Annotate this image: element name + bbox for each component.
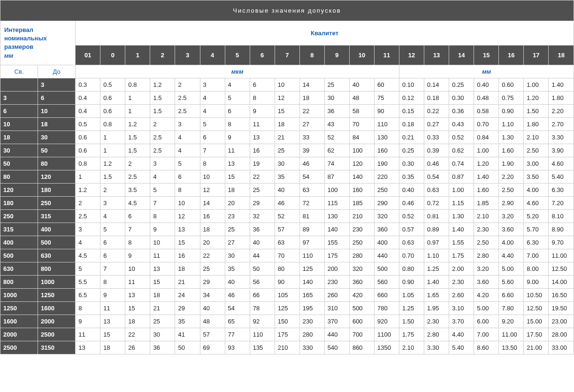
data-cell: 175 [324, 249, 349, 262]
data-cell: 1.20 [524, 91, 549, 104]
row-from: 30 [0, 144, 38, 157]
data-cell: 1.5 [150, 104, 175, 117]
data-cell: 10 [125, 262, 150, 275]
table-row: 125016008111521294054781251953105007801.… [0, 301, 574, 315]
table-row: 160020009131825354865921502303706009201.… [0, 315, 574, 328]
data-cell: 600 [349, 315, 374, 328]
data-cell: 3.90 [549, 144, 574, 157]
data-cell: 0.25 [399, 144, 424, 157]
row-to: 80 [38, 157, 76, 170]
data-cell: 25 [200, 262, 225, 275]
data-cell: 3.30 [549, 131, 574, 144]
data-cell: 100 [349, 144, 374, 157]
data-cell: 24 [175, 288, 200, 301]
data-cell: 7 [125, 223, 150, 236]
data-cell: 0.5 [76, 117, 100, 131]
grade-header-17: 17 [524, 45, 549, 65]
data-cell: 0.89 [424, 223, 449, 236]
data-cell: 0.63 [399, 236, 424, 249]
data-cell: 8 [125, 236, 150, 249]
row-from: 180 [0, 196, 38, 209]
row-from: 630 [0, 262, 38, 275]
unit-mkm-header: мкм [76, 65, 399, 78]
data-cell: 93 [225, 341, 250, 354]
row-from: 800 [0, 275, 38, 288]
data-cell: 1.75 [449, 249, 474, 262]
data-cell: 440 [374, 249, 399, 262]
data-cell: 200 [324, 262, 349, 275]
data-cell: 62 [324, 144, 349, 157]
data-cell: 9.00 [524, 275, 549, 288]
data-cell: 360 [349, 275, 374, 288]
row-to: 1250 [38, 288, 76, 301]
data-cell: 5.20 [524, 209, 549, 223]
interval-unit: мм [4, 52, 13, 59]
row-from: 400 [0, 236, 38, 249]
data-cell: 310 [324, 301, 349, 315]
data-cell: 14 [299, 78, 324, 91]
table-row: 360.40.611.52.545812183048750.120.180.30… [0, 91, 574, 104]
data-cell: 1.65 [424, 288, 449, 301]
data-cell: 97 [299, 236, 324, 249]
data-cell: 6 [200, 131, 225, 144]
data-cell: 6 [250, 78, 275, 91]
data-cell: 230 [349, 223, 374, 236]
row-to: 630 [38, 249, 76, 262]
data-cell: 155 [324, 236, 349, 249]
table-row: 50800.81.2235813193046741201900.300.460.… [0, 157, 574, 170]
data-cell: 36 [324, 104, 349, 117]
data-cell: 10 [150, 236, 175, 249]
row-from: 500 [0, 249, 38, 262]
row-from: 2500 [0, 341, 38, 354]
data-cell: 0.6 [100, 104, 125, 117]
grade-header-11: 11 [374, 45, 399, 65]
data-cell: 10 [175, 196, 200, 209]
data-cell: 3 [175, 117, 200, 131]
row-to: 180 [38, 183, 76, 196]
data-cell: 0.27 [424, 117, 449, 131]
data-cell: 25 [225, 223, 250, 236]
data-cell: 5 [76, 262, 100, 275]
data-cell: 0.30 [449, 91, 474, 104]
data-cell: 2.5 [150, 144, 175, 157]
data-cell: 920 [374, 315, 399, 328]
data-cell: 135 [250, 341, 275, 354]
data-cell: 57 [275, 223, 299, 236]
data-cell: 4 [175, 131, 200, 144]
row-from: 80 [0, 170, 38, 183]
data-cell: 2.20 [549, 104, 574, 117]
grade-header-6: 6 [250, 45, 275, 65]
data-cell: 40 [275, 183, 299, 196]
data-cell: 0.21 [399, 131, 424, 144]
data-cell: 3 [150, 157, 175, 170]
table-row: 1201801.223.55812182540631001602500.400.… [0, 183, 574, 196]
data-cell: 70 [349, 117, 374, 131]
data-cell: 230 [324, 275, 349, 288]
table-row: 63080057101318253550801252003205000.801.… [0, 262, 574, 275]
data-cell: 1.60 [499, 144, 524, 157]
data-cell: 39 [299, 144, 324, 157]
data-cell: 5.5 [76, 275, 100, 288]
data-cell: 18 [150, 288, 175, 301]
data-cell: 11 [125, 275, 150, 288]
data-cell: 0.63 [424, 183, 449, 196]
data-cell: 40 [250, 236, 275, 249]
data-cell: 2.30 [424, 315, 449, 328]
data-cell: 8.00 [524, 262, 549, 275]
data-cell: 23.00 [549, 315, 574, 328]
data-cell: 540 [324, 341, 349, 354]
data-cell: 81 [299, 209, 324, 223]
data-cell: 1.60 [474, 183, 499, 196]
grade-header-10: 10 [349, 45, 374, 65]
data-cell: 2.5 [175, 91, 200, 104]
data-cell: 8 [100, 275, 125, 288]
data-cell: 52 [275, 209, 299, 223]
data-cell: 0.46 [424, 157, 449, 170]
data-cell: 10.50 [524, 288, 549, 301]
data-cell: 1.85 [474, 196, 499, 209]
row-to: 3150 [38, 341, 76, 354]
data-cell: 18 [100, 341, 125, 354]
data-cell: 1.30 [499, 131, 524, 144]
data-cell: 84 [349, 131, 374, 144]
data-cell: 22 [299, 104, 324, 117]
